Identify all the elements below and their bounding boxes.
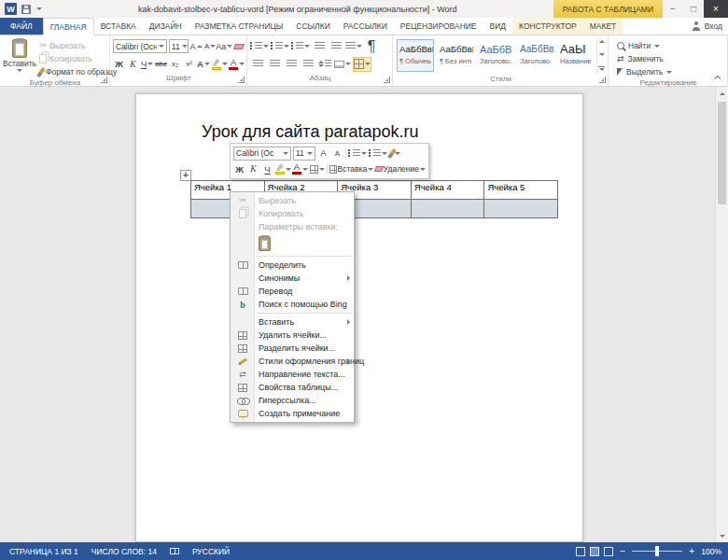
menu-item-translate[interactable]: Перевод (231, 285, 354, 298)
styles-scroll-down-icon[interactable] (599, 53, 605, 56)
tab-references[interactable]: ССЫЛКИ (289, 18, 336, 35)
style-normal[interactable]: АаБбВвГг, ¶ Обычный (397, 39, 434, 72)
subscript-button[interactable]: x₂ (169, 58, 181, 71)
menu-item-hyperlink[interactable]: Гиперссылка... (231, 394, 354, 407)
styles-gallery-more-button[interactable] (598, 66, 605, 71)
mini-numbering-button[interactable] (369, 147, 387, 160)
restore-button[interactable]: □ (683, 0, 704, 18)
menu-item-bing-search[interactable]: b Поиск с помощью Bing (231, 298, 354, 311)
word-app-icon[interactable]: W (5, 3, 17, 15)
table-cell[interactable]: Ячейка 5 (484, 181, 558, 200)
menu-item-new-comment[interactable]: Создать примечание (231, 407, 354, 420)
read-mode-button[interactable] (576, 547, 585, 556)
mini-font-size-combo[interactable]: 11 (293, 147, 315, 161)
change-case-button[interactable]: Аа (218, 40, 231, 53)
zoom-out-button[interactable]: − (618, 546, 627, 556)
style-no-spacing[interactable]: АаБбВвГг, ¶ Без инте... (437, 39, 474, 72)
font-size-combo[interactable]: 11 (169, 39, 189, 53)
mini-borders-button[interactable] (310, 162, 325, 175)
paste-button[interactable]: Вставить (3, 37, 36, 77)
mini-delete-button[interactable]: Удаление (375, 162, 426, 175)
underline-button[interactable]: Ч (141, 58, 153, 71)
align-center-button[interactable] (267, 57, 282, 72)
show-marks-button[interactable]: ¶ (364, 39, 379, 54)
superscript-button[interactable]: x² (183, 58, 195, 71)
tab-page-layout[interactable]: РАЗМЕТКА СТРАНИЦЫ (189, 18, 290, 35)
scroll-down-button[interactable] (716, 529, 728, 542)
minimize-button[interactable]: − (663, 0, 683, 18)
tab-home[interactable]: ГЛАВНАЯ (43, 18, 94, 35)
styles-scroll-up-icon[interactable] (599, 40, 605, 43)
mini-font-name-combo[interactable]: Calibri (Ос (233, 147, 291, 161)
borders-button[interactable] (353, 57, 371, 72)
menu-item-define[interactable]: Определить (231, 259, 354, 272)
sort-button[interactable] (345, 39, 362, 54)
scrollbar-thumb[interactable] (718, 102, 726, 204)
clear-formatting-button[interactable] (232, 40, 245, 53)
tab-insert[interactable]: ВСТАВКА (94, 18, 143, 35)
page-indicator[interactable]: СТРАНИЦА 1 ИЗ 1 (3, 547, 85, 556)
web-layout-button[interactable] (604, 547, 613, 556)
print-layout-button[interactable] (590, 547, 599, 556)
save-icon[interactable] (21, 5, 31, 14)
mini-bullets-button[interactable] (348, 147, 367, 160)
style-title[interactable]: АаЫ Название (557, 39, 595, 72)
tab-design[interactable]: ДИЗАЙН (143, 18, 189, 35)
mini-bold-button[interactable]: Ж (233, 162, 245, 175)
zoom-level[interactable]: 100% (701, 547, 721, 556)
align-right-button[interactable] (284, 57, 299, 72)
menu-item-split-cells[interactable]: Разделить ячейки... (231, 342, 354, 355)
strikethrough-button[interactable]: abc (155, 58, 167, 71)
menu-item-insert[interactable]: Вставить (231, 315, 354, 329)
menu-paste-option-button[interactable] (231, 233, 354, 254)
tab-view[interactable]: ВИД (483, 18, 513, 35)
tab-file[interactable]: ФАЙЛ (0, 18, 43, 35)
collapse-ribbon-button[interactable] (713, 73, 722, 82)
mini-insert-button[interactable]: Вставка (329, 162, 373, 175)
bullets-button[interactable] (250, 39, 269, 54)
paragraph-dialog-launcher[interactable] (384, 77, 390, 83)
table-cell[interactable] (484, 200, 558, 218)
replace-button[interactable]: ⇄ Заменить (617, 53, 725, 64)
multilevel-list-button[interactable] (291, 39, 310, 54)
line-spacing-button[interactable] (317, 57, 332, 72)
close-button[interactable]: × (704, 0, 728, 18)
table-cell[interactable]: Ячейка 4 (411, 181, 484, 200)
language-indicator[interactable]: РУССКИЙ (186, 547, 236, 556)
scroll-up-button[interactable] (716, 87, 728, 100)
shrink-font-button[interactable]: А (204, 40, 217, 53)
style-heading1[interactable]: АаБбВ Заголово... (477, 39, 514, 72)
bold-button[interactable]: Ж (113, 58, 125, 71)
menu-item-synonyms[interactable]: Синонимы (231, 272, 354, 285)
clipboard-dialog-launcher[interactable] (101, 77, 107, 83)
word-count[interactable]: ЧИСЛО СЛОВ: 14 (85, 547, 163, 556)
grow-font-button[interactable]: А (190, 40, 203, 53)
shading-button[interactable] (334, 57, 351, 72)
menu-item-border-styles[interactable]: Стили оформления границ (231, 355, 354, 368)
justify-button[interactable] (301, 57, 315, 72)
tab-table-layout[interactable]: МАКЕТ (583, 18, 623, 35)
style-heading2[interactable]: АаБбВвГ Заголово... (517, 39, 554, 72)
text-effects-button[interactable]: А (197, 58, 210, 71)
decrease-indent-button[interactable] (312, 39, 327, 54)
tab-review[interactable]: РЕЦЕНЗИРОВАНИЕ (394, 18, 483, 35)
font-name-combo[interactable]: Calibri (Осн (113, 39, 167, 53)
numbering-button[interactable] (271, 39, 289, 54)
styles-dialog-launcher[interactable] (599, 77, 606, 83)
zoom-slider[interactable] (632, 551, 682, 552)
find-button[interactable]: Найти (617, 40, 725, 51)
document-heading[interactable]: Урок для сайта paratapok.ru (202, 122, 418, 142)
mini-underline-button[interactable]: Ч (261, 162, 273, 175)
align-left-button[interactable] (250, 57, 265, 72)
select-button[interactable]: Выделить (617, 66, 725, 77)
signin-button[interactable]: Вход (692, 18, 722, 35)
tab-mailings[interactable]: РАССЫЛКИ (337, 18, 394, 35)
mini-shrink-font-button[interactable]: А (331, 147, 343, 160)
tab-table-design[interactable]: КОНСТРУКТОР (512, 18, 583, 35)
zoom-in-button[interactable]: + (687, 546, 696, 556)
increase-indent-button[interactable] (329, 39, 343, 54)
menu-item-table-properties[interactable]: Свойства таблицы... (231, 381, 354, 394)
font-dialog-launcher[interactable] (238, 77, 245, 83)
font-color-button[interactable]: А (229, 58, 245, 71)
menu-item-text-direction[interactable]: ⇄ Направление текста... (231, 368, 354, 381)
